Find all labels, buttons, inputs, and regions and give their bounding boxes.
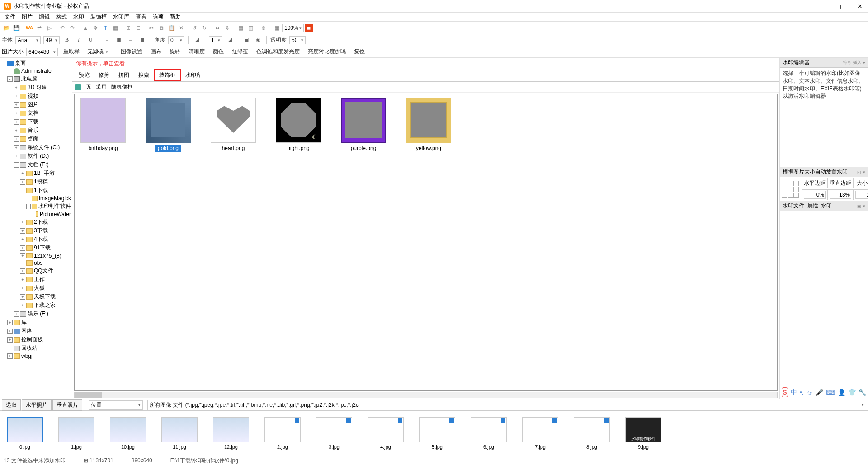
ime-lang[interactable]: 中 (791, 388, 797, 396)
tree-item[interactable]: 桌面 (0, 59, 72, 67)
tree-item[interactable]: Administrator (0, 67, 72, 75)
color-a-button[interactable]: ◢ (192, 36, 201, 45)
ime-skin-icon[interactable]: 👕 (848, 389, 856, 396)
open-icon[interactable]: 📂 (2, 23, 11, 33)
tree-item[interactable]: +天极下载 (0, 292, 72, 301)
crosshair-icon[interactable]: ⊕ (259, 23, 268, 33)
thumb-item[interactable]: 8.jpg (571, 417, 612, 450)
wa-icon[interactable]: WA (25, 23, 34, 33)
minimize-button[interactable]: — (821, 3, 830, 10)
adjust-画布[interactable]: 画布 (148, 47, 164, 56)
folder-tree[interactable]: 桌面Administrator-此电脑+3D 对象+视频+图片+文档+下载+音乐… (0, 58, 72, 399)
menu-格式[interactable]: 格式 (53, 12, 70, 22)
ime-keyboard-icon[interactable]: ⌨ (826, 389, 835, 396)
move-icon[interactable]: ✥ (91, 23, 100, 33)
grid-icon[interactable]: ▦ (272, 23, 281, 33)
adjust-色调饱和度发光度[interactable]: 色调饱和度发光度 (254, 47, 302, 56)
thumb-item[interactable]: 11.jpg (159, 417, 200, 450)
filetype-combo[interactable]: 所有图像 文件 (*.jpg;*.jpeg;*.jpe;*.tif;*.tiff… (147, 400, 866, 410)
play-icon[interactable]: ▷ (45, 23, 54, 33)
opacity-input[interactable]: 50▾ (289, 36, 306, 44)
align-right-button[interactable]: ≡ (126, 36, 135, 45)
tree-item[interactable]: -此电脑 (0, 75, 72, 83)
size-pct-input[interactable] (855, 191, 868, 199)
tree-item[interactable]: +图片 (0, 100, 72, 109)
anchor-grid[interactable] (782, 181, 799, 198)
distribute-icon[interactable]: ▥ (246, 23, 255, 33)
save-icon[interactable]: 💾 (12, 23, 21, 33)
redo-icon[interactable]: ↷ (68, 23, 77, 33)
menu-装饰框[interactable]: 装饰框 (88, 12, 109, 22)
h-margin-input[interactable] (804, 191, 826, 199)
tree-item[interactable]: +4下载 (0, 235, 72, 244)
sub-apply[interactable]: 采用 (96, 83, 107, 91)
ime-emoji-icon[interactable]: ☺ (807, 389, 813, 396)
tree-item[interactable]: -水印制作软件 (0, 202, 72, 211)
tree-item[interactable]: +3D 对象 (0, 83, 72, 92)
image-size-combo[interactable]: 640x480▾ (26, 48, 58, 56)
thumb-item[interactable]: 3.jpg (314, 417, 354, 450)
horizontal-scrollbar[interactable] (74, 392, 778, 398)
autoplace-close-icon[interactable]: ▾ (863, 170, 865, 174)
bold-button[interactable]: B (62, 36, 71, 45)
tree-item[interactable]: -1下载 (0, 186, 72, 195)
filter-combo[interactable]: 无滤镜▾ (85, 47, 110, 56)
menu-文件[interactable]: 文件 (2, 12, 18, 22)
tree-item[interactable]: +wbgj (0, 352, 72, 360)
thumb-item[interactable]: 1.jpg (56, 417, 97, 450)
tab-搜索[interactable]: 搜索 (134, 70, 154, 80)
wm-tab-file[interactable]: 水印文件 (783, 202, 804, 210)
tree-item[interactable]: +2下载 (0, 218, 72, 226)
angle-input[interactable]: 0▾ (168, 36, 184, 44)
align-justify-button[interactable]: ≣ (138, 36, 147, 45)
adjust-旋转[interactable]: 旋转 (167, 47, 183, 56)
stroke-width-input[interactable]: 1▾ (209, 36, 222, 44)
tree-item[interactable]: +网络 (0, 327, 72, 335)
paste-icon[interactable]: 📋 (167, 23, 176, 33)
tree-item[interactable]: +下载之家 (0, 301, 72, 310)
tree-item[interactable]: +火狐 (0, 284, 72, 292)
zoom-combo[interactable]: 100%▾ (282, 24, 304, 32)
tree-item[interactable]: +3下载 (0, 226, 72, 235)
thumb-item[interactable]: 水印制作软件9.jpg (623, 417, 664, 450)
adjust-颜色[interactable]: 颜色 (210, 47, 226, 56)
glow-button[interactable]: ◉ (254, 36, 263, 45)
menu-帮助[interactable]: 帮助 (167, 12, 184, 22)
rotate-right-icon[interactable]: ↻ (200, 23, 209, 33)
tree-item[interactable]: +控制面板 (0, 335, 72, 344)
thumb-item[interactable]: 7.jpg (520, 417, 561, 450)
tree-item[interactable]: +1BT手游 (0, 169, 72, 178)
ime-user-icon[interactable]: 👤 (838, 389, 845, 396)
wm-tab-attr[interactable]: 属性 (807, 202, 818, 210)
recursive-tab[interactable]: 递归 (2, 399, 21, 411)
tree-item[interactable]: ImageMagick (0, 195, 72, 202)
wm-tab-wm[interactable]: 水印 (821, 202, 832, 210)
tree-item[interactable]: -文档 (E:) (0, 160, 72, 169)
tree-item[interactable]: +库 (0, 318, 72, 327)
ime-toolbar[interactable]: S 中 •, ☺ 🎤 ⌨ 👤 👕 🔧 (780, 385, 868, 399)
thumb-item[interactable]: 5.jpg (417, 417, 458, 450)
close-button[interactable]: ✕ (855, 3, 864, 10)
maximize-button[interactable]: ▢ (838, 3, 847, 10)
tree-item[interactable]: +桌面 (0, 135, 72, 143)
tree-item[interactable]: obs (0, 259, 72, 267)
tab-拼图[interactable]: 拼图 (114, 70, 134, 80)
frame-item[interactable]: purple.png (339, 98, 388, 152)
thumb-item[interactable]: 12.jpg (211, 417, 251, 450)
sogou-logo-icon[interactable]: S (782, 387, 788, 397)
color-b-button[interactable]: ◢ (225, 36, 234, 45)
align-center-button[interactable]: ≣ (114, 36, 123, 45)
frame-item[interactable]: yellow.png (404, 98, 453, 152)
sub-none[interactable]: 无 (86, 83, 91, 91)
ime-mic-icon[interactable]: 🎤 (816, 389, 823, 396)
image-icon[interactable]: ▦ (111, 23, 120, 33)
insert-button[interactable]: 插入 (853, 60, 861, 66)
thumb-item[interactable]: 2.jpg (262, 417, 303, 450)
wm-add-icon[interactable]: ▣ (857, 204, 861, 208)
tree-item[interactable]: +娱乐 (F:) (0, 310, 72, 318)
font-combo[interactable]: Arial▾ (15, 36, 41, 44)
frame-item[interactable]: birthday.png (78, 98, 128, 152)
adjust-亮度对比度伽吗[interactable]: 亮度对比度伽吗 (305, 47, 349, 56)
italic-button[interactable]: I (74, 36, 83, 45)
shadow-button[interactable]: ▣ (242, 36, 251, 45)
